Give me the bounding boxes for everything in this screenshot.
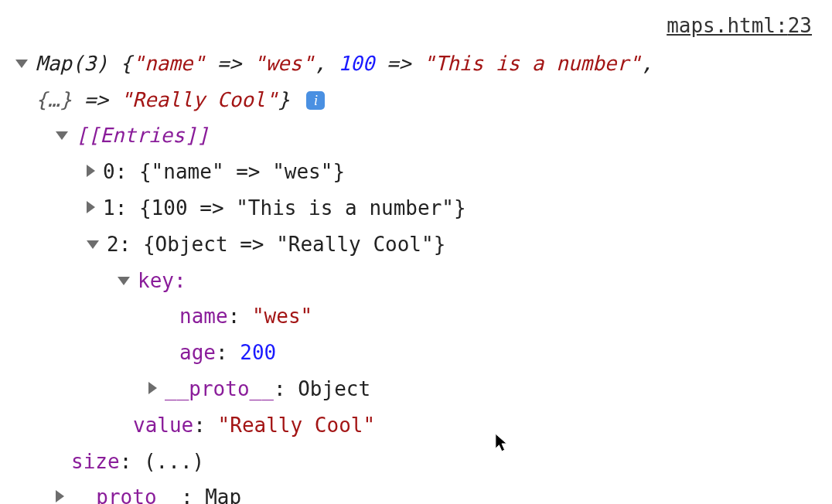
chevron-right-icon[interactable] (148, 382, 157, 394)
chevron-right-icon[interactable] (87, 201, 95, 213)
prop-age: age: 200 (179, 335, 817, 371)
entries-header[interactable]: [[Entries]] (56, 117, 817, 154)
size-row[interactable]: size: (...) (71, 444, 817, 480)
object-summary-row[interactable]: Map(3) {"name" => "wes", 100 => "This is… (15, 46, 817, 118)
proto-row[interactable]: __proto__: Map (56, 479, 817, 504)
chevron-down-icon[interactable] (15, 60, 28, 68)
chevron-down-icon[interactable] (56, 131, 68, 140)
info-icon[interactable]: i (306, 91, 325, 110)
source-file: maps.html (667, 14, 776, 37)
prop-name: name: "wes" (179, 298, 817, 335)
source-link[interactable]: maps.html:23 (15, 8, 817, 44)
entry-row-0[interactable]: 0: {"name" => "wes"} (87, 154, 817, 190)
key-row[interactable]: key: (118, 263, 817, 299)
object-summary: Map(3) {"name" => "wes", 100 => "This is… (36, 46, 817, 118)
chevron-down-icon[interactable] (118, 277, 130, 285)
chevron-right-icon[interactable] (56, 490, 64, 502)
source-line: 23 (788, 14, 812, 37)
chevron-right-icon[interactable] (87, 165, 95, 177)
key-proto-row[interactable]: __proto__: Object (148, 371, 817, 407)
entry-row-1[interactable]: 1: {100 => "This is a number"} (87, 190, 817, 226)
chevron-down-icon[interactable] (87, 240, 99, 249)
entry-row-2[interactable]: 2: {Object => "Really Cool"} (87, 226, 817, 263)
value-row: value: "Really Cool" (133, 407, 817, 444)
